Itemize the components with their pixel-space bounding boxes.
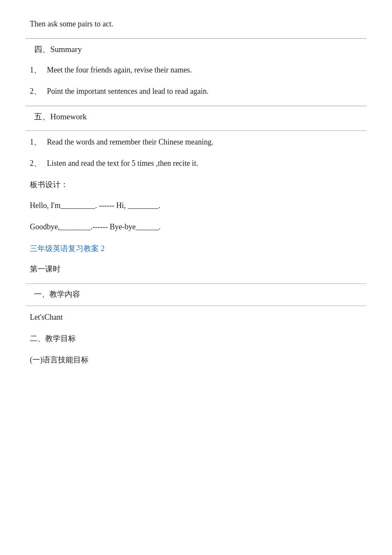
summary-item-1-number: 1、	[30, 63, 47, 77]
summary-item-1-text: Meet the four friends again, revise thei…	[47, 63, 366, 77]
homework-item-2-text: Listen and read the text for 5 times ,th…	[47, 156, 366, 170]
summary-item-2-text: Point the important sentences and lead t…	[47, 84, 366, 98]
section-four-header: 四、Summary	[26, 38, 366, 57]
section-four-label: 四、Summary	[26, 42, 82, 57]
section-two-label: 二、教学目标	[26, 332, 366, 345]
board-design-label: 板书设计：	[26, 178, 366, 191]
link-title[interactable]: 三年级英语复习教案 2	[26, 242, 366, 255]
section-five-header: 五、Homework	[26, 106, 366, 124]
board-line-1: Hello, I'm_________. ------ Hi, ________…	[26, 199, 366, 212]
lets-chant: Let'sChant	[26, 310, 366, 324]
summary-item-1: 1、 Meet the four friends again, revise t…	[26, 63, 366, 77]
homework-item-2: 2、 Listen and read the text for 5 times …	[26, 156, 366, 170]
homework-item-2-number: 2、	[30, 156, 47, 170]
summary-item-2-number: 2、	[30, 84, 47, 98]
summary-item-2: 2、 Point the important sentences and lea…	[26, 84, 366, 98]
board-line-2: Goodbye,________.------ Bye-bye______.	[26, 220, 366, 234]
section-one-label: 一、教学内容	[26, 287, 80, 301]
homework-item-1-number: 1、	[30, 135, 47, 149]
divider-2	[26, 306, 366, 306]
lesson-label: 第一课时	[26, 262, 366, 276]
section-one-header: 一、教学内容	[26, 283, 366, 301]
sub-section-label: (一)语言技能目标	[26, 353, 366, 367]
intro-line: Then ask some pairs to act.	[26, 17, 366, 31]
homework-item-1-text: Read the words and remember their Chines…	[47, 135, 366, 149]
section-five-label: 五、Homework	[26, 110, 86, 124]
homework-item-1: 1、 Read the words and remember their Chi…	[26, 135, 366, 149]
divider-1	[26, 130, 366, 131]
